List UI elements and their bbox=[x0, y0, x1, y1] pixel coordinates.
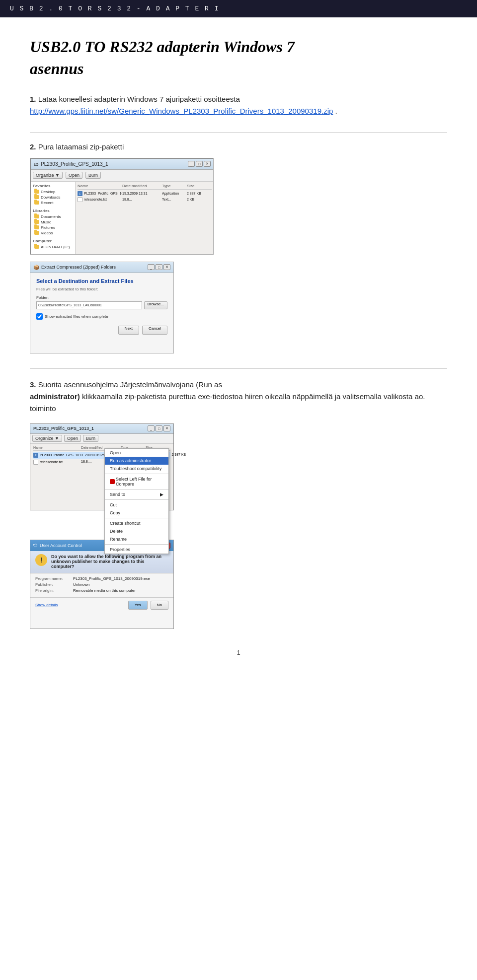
extract-minimize-btn[interactable]: _ bbox=[148, 264, 155, 270]
uac-body: Program name: PL2303_Prolific_GPS_1013_2… bbox=[30, 573, 173, 597]
uac-no-button[interactable]: No bbox=[151, 601, 168, 610]
step3-text: 3. Suorita asennusohjelma Järjestelmänva… bbox=[30, 379, 447, 415]
ctx-copy[interactable]: Copy bbox=[105, 509, 168, 517]
libraries-section: Libraries Documents Music bbox=[33, 209, 73, 236]
step1-text-after: . bbox=[335, 107, 337, 115]
file-date-2: 18.8... bbox=[122, 198, 162, 201]
explorer3-toolbar: Organize ▼ Open Burn bbox=[30, 434, 173, 444]
extract-win-controls: _ □ ✕ bbox=[148, 264, 170, 270]
ctx-divider-3 bbox=[105, 499, 168, 500]
uac-shield-icon: 🛡 bbox=[33, 543, 38, 548]
header-text: U S B 2 . 0 T O R S 2 3 2 - A D A P T E … bbox=[10, 5, 219, 12]
ctx-run-as-admin[interactable]: Run as administrator bbox=[105, 457, 168, 465]
e3-open-btn[interactable]: Open bbox=[64, 435, 81, 442]
explorer-screenshot: 🗁 PL2303_Prolific_GPS_1013_1 _ □ ✕ Organ… bbox=[30, 158, 214, 255]
organize-button[interactable]: Organize ▼ bbox=[33, 172, 63, 179]
step3-screenshots: PL2303_Prolific_GPS_1013_1 _ □ ✕ Organiz… bbox=[30, 423, 447, 629]
sidebar-item-documents[interactable]: Documents bbox=[33, 214, 73, 219]
step3-text-part1: Suorita asennusohjelma Järjestelmänvalvo… bbox=[38, 380, 222, 389]
sidebar-item-videos[interactable]: Videos bbox=[33, 230, 73, 236]
ctx-delete[interactable]: Delete bbox=[105, 527, 168, 535]
file-row[interactable]: releasenote.txt 18.8... Text... 2 KB bbox=[78, 197, 212, 203]
sidebar-item-recent[interactable]: Recent bbox=[33, 200, 73, 206]
sidebar-item-pictures[interactable]: Pictures bbox=[33, 225, 73, 230]
e3-max-btn[interactable]: □ bbox=[156, 425, 162, 431]
step1-link[interactable]: http://www.gps.liitin.net/sw/Generic_Win… bbox=[30, 107, 333, 115]
exe-icon-selected: E bbox=[33, 453, 38, 458]
sidebar-item-music[interactable]: Music bbox=[33, 219, 73, 225]
uac-program-value: PL2303_Prolific_GPS_1013_20090319.exe bbox=[73, 576, 150, 581]
explorer3-title: PL2303_Prolific_GPS_1013_1 bbox=[33, 426, 94, 431]
col-type: Type bbox=[162, 184, 187, 188]
ctx-rename[interactable]: Rename bbox=[105, 535, 168, 543]
folder-icon bbox=[34, 195, 39, 199]
explorer-titlebar: 🗁 PL2303_Prolific_GPS_1013_1 _ □ ✕ bbox=[31, 159, 214, 170]
send-to-arrow: ▶ bbox=[160, 492, 163, 497]
minimize-button[interactable]: _ bbox=[188, 161, 195, 167]
close-button[interactable]: ✕ bbox=[204, 161, 211, 167]
uac-yes-button[interactable]: Yes bbox=[128, 601, 148, 610]
computer-section: Computer ALUNTAALI (C:) bbox=[33, 239, 73, 250]
explorer3-titlebar: PL2303_Prolific_GPS_1013_1 _ □ ✕ bbox=[30, 424, 173, 434]
sidebar-pictures-label: Pictures bbox=[41, 225, 55, 230]
extract-browse-button[interactable]: Browse... bbox=[144, 301, 167, 309]
ctx-open[interactable]: Open bbox=[105, 449, 168, 457]
txt-icon bbox=[78, 197, 82, 202]
step3-number: 3. bbox=[30, 380, 36, 389]
ctx-create-shortcut[interactable]: Create shortcut bbox=[105, 519, 168, 527]
file-type-2: Text... bbox=[162, 198, 187, 201]
ctx-divider-2 bbox=[105, 489, 168, 490]
selected-file-name: PL2303_Prolific_GPS_1013_20090319.exe bbox=[40, 453, 107, 457]
txt-file-name: releasenote.txt bbox=[40, 460, 63, 464]
uac-publisher-value: Unknown bbox=[73, 582, 89, 587]
sidebar-item-desktop[interactable]: Desktop bbox=[33, 189, 73, 195]
maximize-button[interactable]: □ bbox=[196, 161, 203, 167]
extract-path-input[interactable]: C:\Users\Prolific\GPS_1013_LA\L680001 bbox=[36, 301, 142, 309]
win-controls: _ □ ✕ bbox=[188, 161, 211, 167]
ctx-select-left[interactable]: Select Left File for Compare bbox=[105, 475, 168, 488]
col-name: Name bbox=[78, 184, 122, 188]
sidebar-item-drive[interactable]: ALUNTAALI (C:) bbox=[33, 244, 73, 250]
file-name-selected: E PL2303_Prolific_GPS_1013_20090319.exe bbox=[33, 453, 107, 458]
extract-title-text: Extract Compressed (Zipped) Folders bbox=[41, 265, 116, 270]
folder-icon bbox=[34, 201, 39, 205]
step3-text-part2: klikkaamalla zip-paketista purettua exe-… bbox=[30, 392, 425, 413]
ctx-troubleshoot[interactable]: Troubleshoot compatibility bbox=[105, 465, 168, 473]
ctx-cut[interactable]: Cut bbox=[105, 501, 168, 509]
e3-burn-btn[interactable]: Burn bbox=[83, 435, 98, 442]
selected-file-size: 2 987 KB bbox=[171, 453, 196, 458]
uac-warning-icon: ! bbox=[35, 554, 47, 566]
open-button[interactable]: Open bbox=[66, 172, 82, 179]
extract-next-button[interactable]: Next bbox=[118, 326, 139, 335]
explorer-with-context-menu: PL2303_Prolific_GPS_1013_1 _ □ ✕ Organiz… bbox=[30, 423, 243, 533]
extract-checkbox[interactable] bbox=[36, 313, 43, 320]
file-type-1: Application bbox=[162, 192, 187, 195]
context-menu: Open Run as administrator Troubleshoot c… bbox=[104, 448, 169, 554]
e3-close-btn[interactable]: ✕ bbox=[163, 425, 170, 431]
ctx-divider-5 bbox=[105, 544, 168, 545]
e3-min-btn[interactable]: _ bbox=[148, 425, 155, 431]
extract-cancel-button[interactable]: Cancel bbox=[142, 326, 167, 335]
sidebar-item-downloads[interactable]: Downloads bbox=[33, 195, 73, 200]
explorer-toolbar: Organize ▼ Open Burn bbox=[31, 170, 214, 182]
extract-body: Select a Destination and Extract Files F… bbox=[30, 273, 173, 340]
sidebar-drive-label: ALUNTAALI (C:) bbox=[41, 245, 70, 249]
extract-maximize-btn[interactable]: □ bbox=[156, 264, 162, 270]
extract-close-btn[interactable]: ✕ bbox=[163, 264, 170, 270]
extract-checkbox-label: Show extracted files when complete bbox=[45, 314, 108, 319]
sidebar-recent-label: Recent bbox=[41, 201, 53, 205]
ctx-send-to[interactable]: Send to ▶ bbox=[105, 490, 168, 498]
title-line3: asennus bbox=[30, 60, 84, 77]
step-2: 2. Pura lataamasi zip-paketti 🗁 PL2303_P… bbox=[30, 142, 447, 353]
file-list-header: Name Date modified Type Size bbox=[78, 184, 212, 190]
burn-button[interactable]: Burn bbox=[85, 172, 101, 179]
step1-text-before: Lataa koneellesi adapterin Windows 7 aju… bbox=[38, 95, 240, 103]
explorer-content: Favorites Desktop Downloads bbox=[31, 182, 214, 255]
file-row[interactable]: E PL2303_Prolific_GPS_1013_20090319.exe … bbox=[78, 191, 212, 197]
step1-number: 1. bbox=[30, 95, 36, 103]
uac-details-link[interactable]: Show details bbox=[35, 603, 58, 607]
ctx-properties[interactable]: Properties bbox=[105, 546, 168, 554]
ctx-select-icon bbox=[110, 479, 115, 484]
libraries-label: Libraries bbox=[33, 209, 73, 213]
e3-organize-btn[interactable]: Organize ▼ bbox=[32, 435, 62, 442]
